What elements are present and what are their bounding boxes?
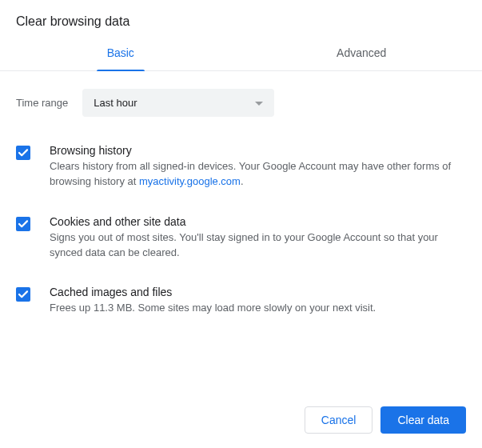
- option-desc: Frees up 11.3 MB. Some sites may load mo…: [50, 301, 466, 316]
- checkbox-cache[interactable]: [16, 287, 30, 302]
- option-text: Cookies and other site data Signs you ou…: [50, 215, 466, 261]
- dialog-footer: Cancel Clear data: [0, 394, 482, 448]
- tab-advanced[interactable]: Advanced: [241, 40, 483, 70]
- option-desc: Signs you out of most sites. You'll stay…: [50, 230, 466, 261]
- checkbox-cookies[interactable]: [16, 217, 30, 231]
- options-list: Browsing history Clears history from all…: [0, 131, 482, 329]
- check-icon: [18, 289, 29, 300]
- check-icon: [18, 218, 29, 230]
- option-text: Browsing history Clears history from all…: [50, 144, 466, 190]
- option-cache: Cached images and files Frees up 11.3 MB…: [16, 273, 466, 329]
- time-range-label: Time range: [16, 97, 68, 109]
- checkbox-browsing-history[interactable]: [16, 146, 30, 160]
- clear-data-button[interactable]: Clear data: [380, 406, 466, 434]
- time-range-value: Last hour: [94, 97, 137, 109]
- time-range-dropdown[interactable]: Last hour: [82, 89, 274, 117]
- tab-basic-label: Basic: [107, 46, 134, 59]
- check-icon: [18, 147, 29, 158]
- dialog-title: Clear browsing data: [0, 0, 482, 40]
- option-title: Cached images and files: [50, 286, 466, 298]
- option-desc: Clears history from all signed-in device…: [50, 159, 466, 190]
- option-browsing-history: Browsing history Clears history from all…: [16, 131, 466, 202]
- clear-browsing-data-dialog: Clear browsing data Basic Advanced Time …: [0, 0, 482, 448]
- time-range-row: Time range Last hour: [0, 71, 482, 131]
- chevron-down-icon: [255, 97, 263, 109]
- tab-basic[interactable]: Basic: [0, 40, 241, 70]
- option-cookies: Cookies and other site data Signs you ou…: [16, 202, 466, 274]
- option-title: Cookies and other site data: [50, 215, 466, 228]
- option-title: Browsing history: [50, 144, 466, 157]
- tab-advanced-label: Advanced: [337, 46, 386, 59]
- myactivity-link[interactable]: myactivity.google.com: [139, 175, 241, 187]
- desc-post: .: [241, 175, 244, 187]
- desc-pre: Clears history from all signed-in device…: [50, 160, 451, 187]
- option-text: Cached images and files Frees up 11.3 MB…: [50, 286, 466, 316]
- tab-bar: Basic Advanced: [0, 40, 482, 71]
- cancel-button[interactable]: Cancel: [305, 406, 373, 434]
